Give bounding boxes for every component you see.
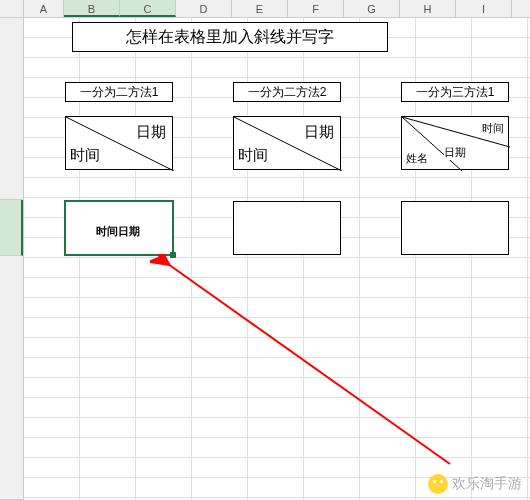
empty-cell-2: [233, 201, 341, 255]
watermark-logo-icon: [428, 474, 448, 494]
col-I[interactable]: I: [456, 0, 512, 17]
diag3-label-b: 日期: [444, 145, 466, 160]
active-cell[interactable]: 时间日期: [64, 200, 174, 256]
watermark: 欢乐淘手游: [428, 474, 522, 494]
empty-cell-3: [401, 201, 509, 255]
fill-handle[interactable]: [170, 252, 176, 258]
diag1-bottom-label: 时间: [70, 146, 100, 165]
col-D[interactable]: D: [176, 0, 232, 17]
col-E[interactable]: E: [232, 0, 288, 17]
watermark-text: 欢乐淘手游: [452, 475, 522, 493]
col-G[interactable]: G: [344, 0, 400, 17]
diag2-bottom-label: 时间: [238, 146, 268, 165]
method-label-1: 一分为二方法1: [65, 82, 173, 102]
diagonal-cell-3: 时间 日期 姓名: [401, 116, 509, 170]
diag3-label-a: 时间: [482, 121, 504, 136]
diagonal-cell-1: 日期 时间: [65, 116, 173, 170]
method-label-2: 一分为二方法2: [233, 82, 341, 102]
col-C[interactable]: C: [120, 0, 176, 17]
column-headers: A B C D E F G H I: [0, 0, 530, 18]
row-headers: [0, 18, 24, 500]
col-F[interactable]: F: [288, 0, 344, 17]
col-A[interactable]: A: [24, 0, 64, 17]
row-selected[interactable]: [0, 200, 23, 256]
diagonal-cell-2: 日期 时间: [233, 116, 341, 170]
active-cell-text: 时间日期: [96, 224, 140, 239]
diag2-top-label: 日期: [304, 123, 334, 142]
diag3-label-c: 姓名: [406, 151, 428, 166]
title-cell: 怎样在表格里加入斜线并写字: [72, 22, 388, 52]
corner-cell[interactable]: [0, 0, 24, 17]
col-B[interactable]: B: [64, 0, 120, 17]
method-label-3: 一分为三方法1: [401, 82, 509, 102]
col-H[interactable]: H: [400, 0, 456, 17]
diag1-top-label: 日期: [136, 123, 166, 142]
